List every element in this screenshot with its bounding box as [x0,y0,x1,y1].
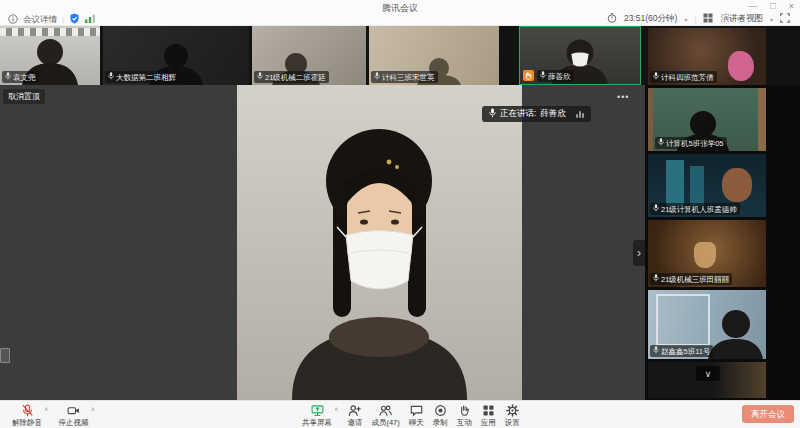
video-tile[interactable]: 计科三班宋世英 [369,26,499,85]
mic-icon [489,108,496,120]
participant-nametag: 薛善欣 [537,70,574,82]
view-mode-selector[interactable]: 演讲者视图 [720,13,763,25]
video-tile-active-speaker[interactable]: 薛善欣 [519,26,641,85]
video-options-caret-icon[interactable]: ∧ [90,405,94,412]
video-tile[interactable]: 计算机5班张学05 [648,88,766,151]
unmute-button[interactable]: 解除静音 [12,404,42,428]
stop-video-label: 停止视频 [58,418,88,428]
participant-face [722,168,752,202]
view-mode-caret-icon[interactable]: ▾ [770,16,773,23]
settings-button[interactable]: 设置 [505,404,520,428]
toolbar-left-group: 解除静音 ∧ 停止视频 ∧ [12,404,95,428]
chat-label: 聊天 [409,418,424,428]
speaking-name: 薛善欣 [540,108,566,120]
video-tile[interactable]: 袁文尧 [0,26,100,85]
mic-options-caret-icon[interactable]: ∧ [44,405,48,412]
mic-icon [108,72,114,82]
unmute-label: 解除静音 [12,418,42,428]
invite-button[interactable]: 邀请 [347,404,362,428]
record-button[interactable]: 录制 [433,404,448,428]
video-tile[interactable]: 赵鑫鑫5班11号 [648,290,766,359]
mic-icon [653,274,659,284]
mic-icon [540,71,546,81]
speaker-portrait [237,85,522,400]
participant-name: 大数据第二班相辉 [116,73,176,82]
share-screen-icon [311,404,324,417]
divider: | [62,15,64,24]
video-tile[interactable]: 21级机械二班霍廷 [252,26,366,85]
interact-button[interactable]: 互动 [457,404,472,428]
video-tile[interactable]: 21级计算机人班孟德帅 [648,154,766,217]
participant-nametag: 21级机械二班霍廷 [254,71,329,83]
video-tile[interactable]: 大数据第二班相辉 [103,26,249,85]
members-label: 成员(47) [371,418,399,428]
background-building [666,160,684,206]
control-toolbar: 解除静音 ∧ 停止视频 ∧ 共享屏幕 [0,400,800,428]
participant-name: 计算机5班张学05 [666,139,724,148]
interact-label: 互动 [457,418,472,428]
participant-name: 计科三班宋世英 [382,73,435,82]
close-button[interactable]: × [789,1,794,11]
share-screen-button[interactable]: 共享屏幕 [302,404,332,428]
duration-caret-icon[interactable]: ▾ [684,16,687,23]
participant-nametag: 赵鑫鑫5班11号 [650,345,713,357]
share-screen-label: 共享屏幕 [302,418,332,428]
mic-icon [653,346,659,356]
sidebar-collapse-chevron-icon[interactable]: › [633,240,645,266]
maximize-button[interactable]: □ [770,1,775,11]
mic-icon [653,72,659,82]
share-options-caret-icon[interactable]: ∧ [334,405,338,412]
window-controls: — □ × [748,1,794,11]
participant-nametag: 袁文尧 [2,71,39,83]
main-speaker-video[interactable] [237,85,522,400]
mic-icon [5,72,11,82]
members-button[interactable]: 成员(47) [371,404,399,428]
timer-icon [607,13,617,25]
participant-name: 薛善欣 [548,72,571,81]
info-icon [8,14,18,26]
meeting-duration: 23:51(60分钟) [624,13,677,25]
hand-interact-icon [458,404,471,417]
apps-button[interactable]: 应用 [481,404,496,428]
mini-panel-icon[interactable] [0,348,10,363]
apps-grid-icon [482,404,495,417]
meeting-details-link[interactable]: 会议详情 [23,14,57,26]
mic-icon [257,72,263,82]
minimize-button[interactable]: — [748,1,757,11]
video-tile[interactable]: 21级机械三班田丽丽 [648,220,766,287]
unpin-button[interactable]: 取消置顶 [3,89,45,104]
video-tile[interactable]: 计科四班范芳倩 [648,28,766,85]
background-object [728,51,754,81]
muted-mic-icon [21,404,34,417]
security-shield-icon[interactable] [69,13,80,26]
leave-meeting-button[interactable]: 离开会议 [742,405,794,423]
chat-button[interactable]: 聊天 [409,404,424,428]
participant-name: 计科四班范芳倩 [661,73,714,82]
participant-name: 21级机械三班田丽丽 [661,275,729,284]
participant-nametag: 计科四班范芳倩 [650,71,717,83]
mic-icon [653,204,659,214]
scroll-down-chevron-icon[interactable]: ∨ [696,366,720,381]
mic-icon [374,72,380,82]
gear-icon [506,404,519,417]
participant-nametag: 大数据第二班相辉 [105,71,179,83]
tencent-meeting-window: 腾讯会议 — □ × 会议详情 | 23:51(60分钟) ▾ | [0,0,800,428]
fullscreen-icon[interactable] [780,13,790,25]
meeting-status-group: 23:51(60分钟) ▾ | 演讲者视图 ▾ [607,13,790,25]
background-object [694,242,716,268]
participant-nametag: 21级机械三班田丽丽 [650,273,732,285]
speaking-indicator: 正在讲话: 薛善欣 [482,106,591,122]
participant-nametag: 计算机5班张学05 [655,137,727,149]
stop-video-button[interactable]: 停止视频 [58,404,88,428]
settings-label: 设置 [505,418,520,428]
background-building [690,166,704,206]
mic-icon [658,138,664,148]
more-options-icon[interactable]: ••• [612,90,634,104]
voice-level-icon [576,111,584,118]
network-signal-icon[interactable] [85,14,96,25]
participant-name: 21级计算机人班孟德帅 [661,205,737,214]
participant-name: 袁文尧 [13,73,36,82]
record-icon [434,404,447,417]
participant-name: 赵鑫鑫5班11号 [661,347,710,356]
speaking-label: 正在讲话: [500,108,536,120]
